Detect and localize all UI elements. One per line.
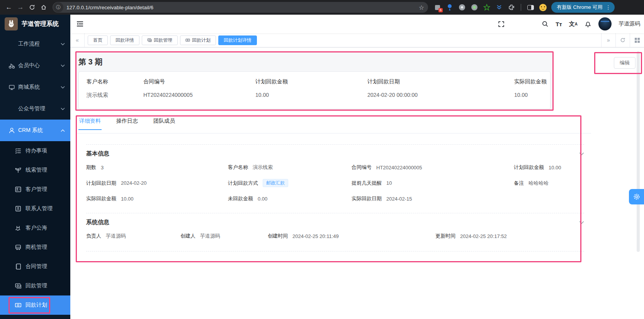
tab-operation-log[interactable]: 操作日志 (116, 115, 139, 129)
tabs-grid-menu-icon[interactable] (630, 33, 644, 47)
sidebar-item-public-sea[interactable]: 客户公海 (0, 218, 70, 238)
browser-forward-icon[interactable]: → (15, 2, 26, 13)
menu-fold-icon[interactable] (76, 21, 83, 27)
tab-detail-info[interactable]: 详细资料 (78, 115, 102, 130)
sidebar-item-receivable-mgmt[interactable]: 回款管理 (0, 276, 70, 295)
logo[interactable]: 芋道管理系统 (0, 15, 70, 33)
fullscreen-icon[interactable] (498, 21, 505, 27)
sidebar-item-todo[interactable]: 待办事项 (0, 141, 70, 160)
sidebar-item-contact-mgmt[interactable]: 联系人管理 (0, 199, 70, 218)
banknote-icon (15, 302, 22, 309)
screen: ← → ⓘ 127.0.0.1/crm/receivable-plan/deta… (0, 0, 644, 319)
tab-receivable-plan-detail[interactable]: 回款计划详情 (218, 35, 257, 45)
divider (86, 251, 584, 251)
extension-icon-badge[interactable]: 6 (433, 3, 441, 11)
collapse-chevron-icon[interactable] (579, 221, 584, 224)
site-info-icon[interactable]: ⓘ (53, 2, 63, 12)
username: 芋道源码 (619, 20, 640, 27)
field: 负责人芋道源码 (86, 233, 180, 240)
summary-field: 计划回款日期 2024-02-20 00:00:00 (367, 78, 514, 99)
basic-info-title: 基本信息 (86, 150, 579, 157)
extensions-puzzle-icon[interactable] (508, 3, 515, 11)
chevron-up-icon (61, 129, 65, 132)
basic-info-grid: 期数3 客户名称演示线索 合同编号HT20240224000005 计划回款金额… (86, 164, 584, 202)
address-bar[interactable]: ⓘ 127.0.0.1/crm/receivable-plan/detail/6… (53, 2, 428, 13)
field: 客户名称演示线索 (228, 164, 352, 171)
edit-button[interactable]: 编辑 (614, 57, 636, 69)
extension-icon-green-star[interactable] (483, 3, 491, 11)
divider (86, 144, 584, 145)
field: 实际回款金额10.00 (86, 195, 228, 202)
url-text[interactable]: 127.0.0.1/crm/receivable-plan/detail/6 (66, 5, 419, 10)
notebook-icon (15, 263, 22, 270)
seedling-icon (15, 167, 22, 174)
sidebar-item-official-account[interactable]: 公众号管理 (0, 98, 70, 120)
field: 期数3 (86, 164, 228, 171)
search-icon[interactable] (542, 20, 549, 27)
sidebar-item-crm-system[interactable]: CRM 系统 (0, 120, 70, 141)
settings-gear-button[interactable] (629, 189, 644, 204)
font-size-icon[interactable]: Tт (556, 21, 562, 27)
language-icon[interactable]: 文A (569, 20, 578, 28)
user-avatar[interactable] (598, 17, 612, 30)
browser-back-icon[interactable]: ← (3, 2, 15, 13)
checklist-icon (15, 147, 22, 154)
field: 计划回款日期2024-02-20 (86, 179, 228, 187)
chrome-update-pill[interactable]: 有新版 Chrome 可用 ⋮ (551, 2, 615, 13)
tabs-refresh-icon[interactable] (615, 33, 630, 47)
chevron-down-icon (61, 43, 65, 46)
extension-icon-blue-chevrons[interactable] (495, 3, 503, 11)
tab-home[interactable]: 首页 (88, 35, 108, 45)
sidebar-item-leads[interactable]: 线索管理 (0, 160, 70, 180)
sidebar-item-contract-mgmt[interactable]: 合同管理 (0, 257, 70, 276)
divider (86, 213, 584, 213)
field: 更新时间2024-02-25 20:17:52 (435, 233, 584, 240)
profile-avatar-icon[interactable] (539, 3, 547, 11)
field: 合同编号HT20240224000005 (352, 164, 514, 171)
scrollbar[interactable] (637, 51, 640, 252)
id-card-icon (15, 186, 22, 193)
browser-menu-icon[interactable]: ⋮ (605, 5, 611, 9)
tab-team-members[interactable]: 团队成员 (153, 115, 176, 129)
field: 未回款金额0.00 (228, 195, 352, 202)
banknote-icon (185, 38, 190, 42)
payment-method-badge: 邮政汇款 (263, 179, 288, 187)
tabbar: « 首页 回款详情 回款管理 回款计划 回款计划详情 » (70, 33, 644, 47)
tabs-scroll-left-icon[interactable]: « (70, 33, 85, 47)
page-content: 第 3 期 客户名称 演示线索 合同编号 HT20240224000005 (70, 47, 644, 319)
browser-home-icon[interactable] (38, 2, 49, 13)
money-collect-icon (147, 38, 152, 42)
summary-field: 实际回款金额 10.00 (514, 78, 550, 99)
system-info-grid: 负责人芋道源码 创建人芋道源码 创建时间2024-02-25 20:11:49 … (86, 233, 584, 240)
chevron-down-icon (61, 108, 65, 110)
summary-field: 计划回款金额 10.00 (255, 78, 367, 99)
sidebar-item-receivable-plan[interactable]: 回款计划 (0, 295, 70, 315)
collapse-chevron-icon[interactable] (579, 152, 584, 155)
tabs-scroll-right-icon[interactable]: » (601, 33, 615, 47)
sidebar-item-member-center[interactable]: 会员中心 (0, 55, 70, 76)
page-title: 第 3 期 (78, 54, 551, 67)
toolbar-divider (521, 4, 521, 11)
extension-icon-balloon[interactable] (446, 3, 454, 11)
field: 创建人芋道源码 (180, 233, 268, 240)
extension-icon-gray[interactable] (458, 3, 466, 11)
tab-receivable-detail[interactable]: 回款详情 (110, 35, 139, 45)
browser-refresh-icon[interactable] (26, 2, 38, 13)
bookmark-star-icon[interactable]: ☆ (419, 4, 424, 11)
field: 提前几天提醒10 (352, 179, 514, 187)
sidebar-item-mall-system[interactable]: 商城系统 (0, 76, 70, 98)
notification-bell-icon[interactable] (585, 20, 591, 27)
sidebar-item-business-mgmt[interactable]: 商机管理 (0, 238, 70, 257)
browser-toolbar: ← → ⓘ 127.0.0.1/crm/receivable-plan/deta… (0, 0, 644, 15)
tab-receivable-plan[interactable]: 回款计划 (180, 35, 216, 45)
summary-field: 客户名称 演示线索 (87, 78, 143, 99)
extension-icon-green-dot[interactable] (471, 3, 478, 11)
contacts-book-icon (15, 205, 22, 212)
side-panel-icon[interactable] (527, 3, 534, 11)
tab-receivable-mgmt[interactable]: 回款管理 (142, 35, 178, 45)
sidebar-item-customer-mgmt[interactable]: 客户管理 (0, 180, 70, 199)
sidebar-item-workflow[interactable]: 工作流程 (0, 33, 70, 55)
system-info-title: 系统信息 (86, 219, 579, 226)
monitor-icon (8, 84, 15, 91)
app-title: 芋道管理系统 (22, 20, 59, 28)
